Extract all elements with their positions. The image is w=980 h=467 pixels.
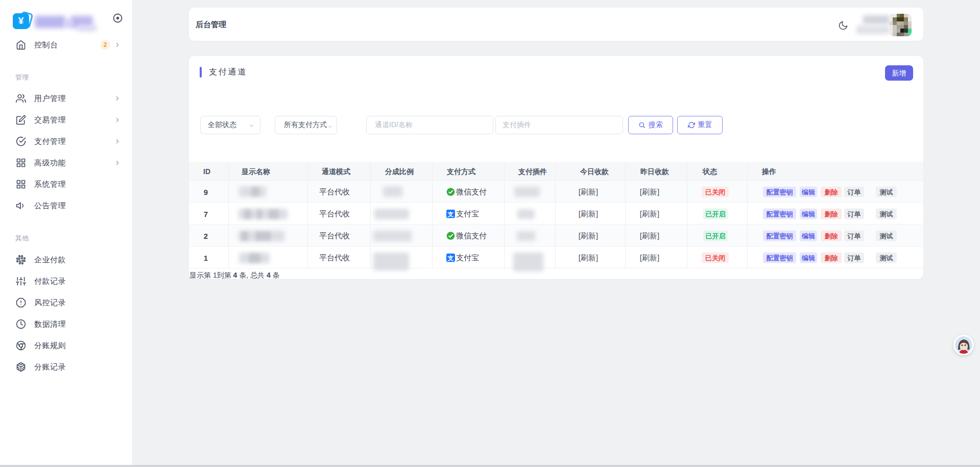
svg-text:支: 支 [447, 211, 454, 218]
svg-text:支: 支 [447, 255, 454, 262]
